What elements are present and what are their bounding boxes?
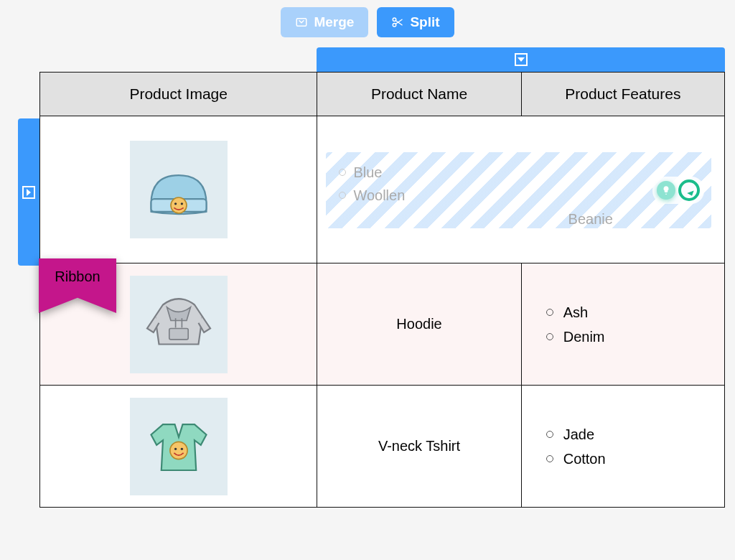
product-name: Hoodie xyxy=(396,316,441,332)
cell-name[interactable]: V-neck Tshirt xyxy=(317,386,521,508)
product-thumbnail-beanie xyxy=(130,141,228,238)
split-button-label: Split xyxy=(410,14,439,30)
merged-cell-content: Blue Woollen Beanie xyxy=(326,152,711,228)
header-features: Product Features xyxy=(521,73,724,116)
merge-button-label: Merge xyxy=(314,14,354,30)
feature-item: Cotton xyxy=(546,447,717,471)
split-button[interactable]: Split xyxy=(377,7,454,37)
cell-name[interactable]: Hoodie xyxy=(317,263,521,386)
grammarly-icon xyxy=(678,179,700,201)
product-name: V-neck Tshirt xyxy=(378,438,460,454)
product-table: Product Image Product Name Product Featu… xyxy=(39,72,725,508)
row-selection-handle[interactable] xyxy=(18,118,39,266)
column-selection-handle[interactable] xyxy=(317,47,725,72)
svg-point-6 xyxy=(171,197,187,213)
cell-features[interactable]: Ash Denim xyxy=(521,263,724,386)
merge-button[interactable]: Merge xyxy=(281,7,368,37)
cell-image[interactable] xyxy=(40,116,317,263)
table-row[interactable]: Blue Woollen Beanie xyxy=(40,116,725,263)
chevron-down-icon xyxy=(515,53,528,66)
table-row[interactable]: Ribbon xyxy=(40,263,725,386)
svg-point-14 xyxy=(180,447,182,449)
feature-item: Blue xyxy=(339,161,698,184)
feature-item: Jade xyxy=(546,422,717,447)
table-row[interactable]: V-neck Tshirt Jade Cotton xyxy=(40,386,725,508)
merged-name-features-cell[interactable]: Blue Woollen Beanie xyxy=(317,116,725,263)
header-image: Product Image xyxy=(40,73,317,116)
feature-item: Woollen xyxy=(339,184,698,207)
product-thumbnail-hoodie xyxy=(130,276,228,373)
header-name: Product Name xyxy=(317,73,521,116)
svg-point-13 xyxy=(174,447,177,449)
scissors-icon xyxy=(391,16,404,29)
svg-point-8 xyxy=(180,202,182,205)
product-thumbnail-vneck xyxy=(130,398,228,495)
lightbulb-icon xyxy=(657,181,675,200)
svg-rect-9 xyxy=(169,328,187,339)
svg-point-7 xyxy=(174,202,177,205)
cell-features[interactable]: Jade Cotton xyxy=(521,386,724,508)
feature-item: Ash xyxy=(546,300,717,325)
chevron-right-icon xyxy=(22,186,35,199)
toolbar: Merge Split xyxy=(0,0,735,47)
feature-item: Denim xyxy=(546,325,717,349)
svg-point-12 xyxy=(170,442,187,459)
ribbon-badge: Ribbon xyxy=(39,258,116,313)
product-name: Beanie xyxy=(482,211,698,228)
ribbon-label: Ribbon xyxy=(55,269,100,285)
merge-icon xyxy=(295,16,308,29)
cell-image[interactable] xyxy=(40,386,317,508)
table-container: Product Image Product Name Product Featu… xyxy=(39,72,725,508)
cell-image[interactable]: Ribbon xyxy=(40,263,317,386)
grammarly-widget[interactable] xyxy=(652,177,704,204)
